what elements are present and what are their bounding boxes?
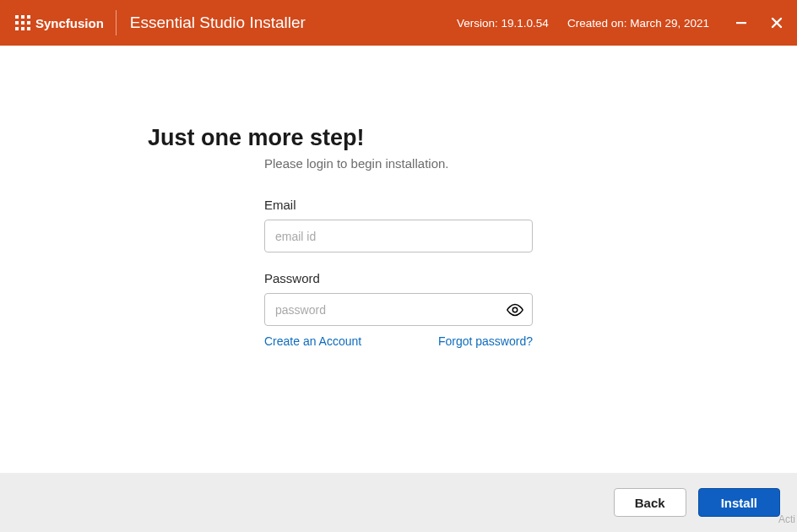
minimize-button[interactable] [733, 14, 750, 31]
password-input[interactable] [264, 293, 533, 326]
version-label: Version: 19.1.0.54 [457, 17, 549, 30]
svg-rect-0 [15, 15, 19, 19]
close-button[interactable] [768, 14, 785, 31]
page-heading: Just one more step! [148, 125, 533, 151]
password-label: Password [264, 271, 533, 285]
svg-rect-2 [27, 15, 30, 19]
titlebar-divider [116, 10, 117, 35]
brand-logo: Syncfusion [15, 15, 104, 30]
app-title: Essential Studio Installer [130, 14, 306, 32]
create-account-link[interactable]: Create an Account [264, 334, 361, 348]
svg-rect-7 [21, 27, 24, 30]
main-content: Just one more step! Please login to begi… [0, 46, 797, 473]
eye-icon [506, 301, 524, 319]
svg-rect-4 [21, 21, 24, 24]
forgot-password-link[interactable]: Forgot password? [438, 334, 533, 348]
links-row: Create an Account Forgot password? [264, 334, 533, 348]
show-password-button[interactable] [506, 301, 524, 319]
syncfusion-logo-icon [15, 15, 30, 30]
window-controls [733, 14, 785, 31]
svg-rect-6 [15, 27, 19, 30]
svg-rect-8 [27, 27, 30, 30]
svg-point-10 [512, 307, 518, 312]
email-input[interactable] [264, 220, 533, 252]
svg-rect-3 [15, 21, 19, 24]
login-form: Just one more step! Please login to begi… [264, 125, 533, 473]
back-button[interactable]: Back [614, 488, 686, 517]
brand-text: Syncfusion [35, 16, 104, 30]
install-button[interactable]: Install [698, 488, 780, 517]
svg-rect-9 [736, 22, 746, 24]
svg-rect-1 [21, 15, 24, 19]
footer: Back Install [0, 473, 797, 532]
titlebar: Syncfusion Essential Studio Installer Ve… [0, 0, 797, 46]
page-subheading: Please login to begin installation. [264, 156, 533, 171]
svg-rect-5 [27, 21, 30, 24]
created-on-label: Created on: March 29, 2021 [567, 17, 709, 30]
email-label: Email [264, 198, 533, 212]
